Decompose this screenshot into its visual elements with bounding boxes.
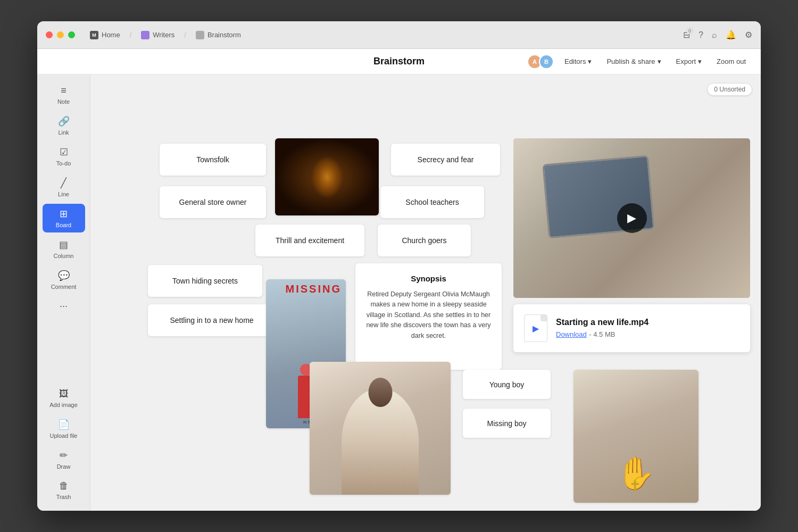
sidebar-item-more[interactable]: ···: [43, 296, 85, 316]
sidebar-item-comment[interactable]: 💬 Comment: [43, 265, 85, 294]
device-badge: 0: [686, 28, 693, 34]
sidebar-todo-label: To-do: [56, 160, 71, 167]
card-townsfolk[interactable]: Townsfolk: [160, 144, 266, 176]
sidebar-add-image-label: Add image: [49, 402, 78, 408]
export-chevron: ▾: [698, 57, 702, 65]
nav-tabs: M Home / Writers / Brainstorm: [84, 29, 683, 41]
close-button[interactable]: [46, 31, 53, 38]
publish-share-button[interactable]: Publish & share ▾: [602, 55, 665, 68]
device-icon-wrapper[interactable]: ⊟ 0: [683, 30, 690, 40]
tab-brainstorm[interactable]: Brainstorm: [189, 29, 247, 41]
nav-separator-1: /: [130, 31, 132, 39]
minimize-button[interactable]: [57, 31, 64, 38]
card-secrecy-fear-text: Secrecy and fear: [418, 155, 474, 164]
card-church-goers[interactable]: Church goers: [378, 225, 471, 256]
export-label: Export: [676, 57, 696, 65]
card-town-hiding-text: Town hiding secrets: [172, 277, 238, 285]
sidebar-item-add-image[interactable]: 🖼 Add image: [43, 384, 85, 412]
sidebar-draw-label: Draw: [57, 463, 71, 470]
avatar-group: A B: [527, 54, 554, 69]
card-school-teachers[interactable]: School teachers: [380, 186, 484, 218]
card-thrill-text: Thrill and excitement: [276, 236, 344, 245]
sidebar-item-draw[interactable]: ✏ Draw: [43, 445, 85, 474]
publish-label: Publish & share: [606, 57, 655, 65]
tab-home[interactable]: M Home: [84, 29, 127, 41]
traffic-lights: [46, 31, 75, 38]
cross-icon: ✝: [629, 477, 641, 495]
sidebar-item-column[interactable]: ▤ Column: [43, 235, 85, 263]
editors-button[interactable]: Editors ▾: [560, 55, 596, 68]
sidebar-item-todo[interactable]: ☑ To-do: [43, 142, 85, 171]
card-general-store[interactable]: General store owner: [160, 186, 266, 218]
publish-chevron: ▾: [658, 57, 661, 65]
file-size-value: 4.5 MB: [593, 330, 615, 338]
tab-home-label: Home: [102, 31, 120, 39]
card-young-boy-text: Young boy: [489, 380, 525, 389]
card-townsfolk-text: Townsfolk: [196, 155, 229, 164]
card-missing-boy-text: Missing boy: [487, 419, 527, 428]
download-card: ▶ Starting a new life.mp4 Download - 4.5…: [513, 304, 750, 352]
download-link[interactable]: Download: [556, 330, 587, 338]
sidebar-line-label: Line: [58, 191, 69, 197]
bell-icon[interactable]: 🔔: [726, 30, 736, 40]
trash-icon: 🗑: [59, 480, 69, 492]
maximize-button[interactable]: [68, 31, 75, 38]
settings-icon[interactable]: ⚙: [745, 30, 752, 40]
sidebar-item-link[interactable]: 🔗 Link: [43, 111, 85, 140]
play-button[interactable]: ▶: [617, 203, 647, 233]
card-town-hiding[interactable]: Town hiding secrets: [148, 265, 262, 297]
sidebar-column-label: Column: [54, 253, 74, 259]
sidebar-item-note[interactable]: ≡ Note: [43, 81, 85, 109]
sidebar-item-upload-file[interactable]: 📄 Upload file: [43, 414, 85, 443]
zoom-label: Zoom out: [717, 57, 746, 65]
editors-label: Editors: [564, 57, 586, 65]
sidebar-comment-label: Comment: [51, 284, 77, 290]
editors-chevron: ▾: [588, 57, 592, 65]
zoom-out-button[interactable]: Zoom out: [712, 55, 750, 68]
line-icon: ╱: [61, 177, 66, 189]
board-icon: ⊞: [60, 208, 68, 220]
titlebar-actions: ⊟ 0 ? ⌕ 🔔 ⚙: [683, 30, 752, 40]
help-icon[interactable]: ?: [699, 30, 703, 40]
card-missing-boy[interactable]: Missing boy: [463, 409, 551, 438]
card-church-goers-text: Church goers: [402, 236, 446, 245]
card-thrill[interactable]: Thrill and excitement: [255, 225, 364, 256]
page-title: Brainstorm: [373, 56, 425, 67]
add-image-icon: 🖼: [59, 388, 69, 400]
card-settling-in[interactable]: Settling in to a new home: [148, 304, 276, 336]
comment-icon: 💬: [58, 270, 70, 281]
sidebar-item-trash[interactable]: 🗑 Trash: [43, 476, 85, 504]
search-icon[interactable]: ⌕: [712, 30, 717, 40]
avatar-2: B: [539, 54, 554, 69]
draw-icon: ✏: [60, 450, 68, 461]
sidebar-item-line[interactable]: ╱ Line: [43, 173, 85, 202]
sidebar-trash-label: Trash: [56, 494, 71, 500]
brainstorm-tab-icon: [196, 31, 204, 39]
video-card[interactable]: ▶: [513, 138, 750, 298]
headerbar: Brainstorm A B Editors ▾ Publish & share…: [37, 49, 761, 74]
card-school-teachers-text: School teachers: [405, 198, 459, 206]
writers-tab-icon: [141, 31, 149, 39]
column-icon: ▤: [59, 239, 68, 251]
app-window: M Home / Writers / Brainstorm ⊟ 0 ? ⌕ 🔔 …: [37, 21, 761, 511]
tab-brainstorm-label: Brainstorm: [207, 31, 241, 39]
file-icon: ▶: [524, 314, 547, 342]
upload-file-icon: 📄: [58, 419, 70, 430]
woman-photo: [310, 362, 451, 495]
sidebar-item-board[interactable]: ⊞ Board: [43, 204, 85, 232]
unsorted-badge: 0 Unsorted: [707, 83, 752, 96]
sidebar-board-label: Board: [56, 222, 71, 228]
canvas[interactable]: 0 Unsorted Townsfolk General store owner…: [90, 74, 761, 511]
tab-writers[interactable]: Writers: [135, 29, 181, 41]
card-secrecy-fear[interactable]: Secrecy and fear: [391, 144, 500, 176]
nav-separator-2: /: [184, 31, 186, 39]
sidebar-note-label: Note: [57, 98, 70, 105]
priest-photo: ✋ ✝: [573, 370, 699, 503]
woman-hair: [368, 378, 392, 407]
file-info: Starting a new life.mp4 Download - 4.5 M…: [556, 318, 739, 339]
tab-writers-label: Writers: [153, 31, 174, 39]
sidebar-upload-label: Upload file: [50, 433, 78, 439]
main-area: ≡ Note 🔗 Link ☑ To-do ╱ Line ⊞ Board ▤ C…: [37, 74, 761, 511]
card-young-boy[interactable]: Young boy: [463, 370, 551, 399]
export-button[interactable]: Export ▾: [672, 55, 706, 68]
